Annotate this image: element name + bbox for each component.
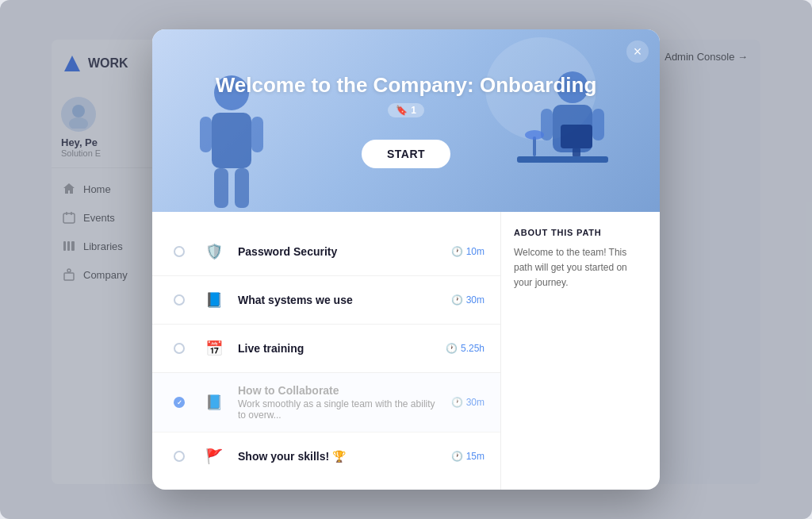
course-duration-2: 🕐 5.25h (446, 343, 485, 354)
track-dot-3 (174, 397, 185, 408)
modal-tag: 🔖 1 (388, 103, 424, 117)
course-duration-1: 🕐 30m (451, 294, 485, 306)
svg-rect-15 (214, 168, 228, 208)
svg-rect-16 (235, 168, 249, 208)
modal-title: Welcome to the Company: Onboarding (216, 73, 597, 98)
course-name-0: Password Security (238, 245, 440, 258)
course-name-1: What systems we use (238, 294, 440, 306)
track-dot-2 (174, 343, 185, 354)
start-button[interactable]: START (362, 140, 450, 168)
course-item-2[interactable]: 📅 Live training 🕐 5.25h (152, 325, 500, 373)
course-info-4: Show your skills! 🏆 (238, 450, 440, 463)
course-duration-0: 🕐 10m (451, 246, 485, 257)
course-info-2: Live training (238, 342, 435, 355)
course-list: 🛡️ Password Security 🕐 10m 📘 (152, 212, 501, 490)
course-name-3: How to Collaborate (238, 384, 440, 397)
about-panel: ABOUT THIS PATH Welcome to the team! Thi… (501, 212, 660, 490)
course-item-4[interactable]: 🚩 Show your skills! 🏆 🕐 15m (152, 432, 500, 480)
duration-text-2: 5.25h (461, 343, 485, 354)
timeline-track-2 (168, 343, 190, 354)
modal-backdrop: × (0, 0, 812, 519)
course-icon-1: 📘 (201, 287, 227, 313)
track-dot-0 (174, 246, 185, 257)
course-duration-3: 🕐 30m (451, 397, 485, 408)
course-icon-0: 🛡️ (201, 239, 227, 264)
course-desc-3: Work smoothly as a single team with the … (238, 398, 440, 421)
tag-count: 1 (411, 105, 416, 116)
clock-icon-0: 🕐 (451, 246, 463, 257)
course-name-2: Live training (238, 342, 435, 355)
course-name-4: Show your skills! 🏆 (238, 450, 440, 463)
duration-text-0: 10m (466, 246, 485, 257)
modal-body: 🛡️ Password Security 🕐 10m 📘 (152, 212, 660, 490)
timeline-track-1 (168, 294, 190, 306)
clock-icon-2: 🕐 (446, 343, 458, 354)
modal-header: Welcome to the Company: Onboarding 🔖 1 S… (152, 29, 660, 212)
clock-icon-4: 🕐 (451, 451, 463, 462)
timeline-track-0 (168, 246, 190, 257)
course-info-3: How to Collaborate Work smoothly as a si… (238, 384, 440, 421)
close-button[interactable]: × (626, 40, 649, 63)
timeline-track-3 (168, 397, 190, 408)
duration-text-3: 30m (466, 397, 485, 408)
course-info-0: Password Security (238, 245, 440, 258)
modal: × (152, 29, 660, 490)
duration-text-4: 15m (466, 451, 485, 462)
svg-rect-13 (200, 117, 212, 152)
course-item-1[interactable]: 📘 What systems we use 🕐 30m (152, 276, 500, 325)
course-icon-2: 📅 (201, 336, 227, 361)
course-icon-3: 📘 (201, 390, 227, 415)
clock-icon-3: 🕐 (451, 397, 463, 408)
course-info-1: What systems we use (238, 294, 440, 306)
course-duration-4: 🕐 15m (451, 451, 485, 462)
course-icon-4: 🚩 (201, 444, 227, 469)
about-text: Welcome to the team! This path will get … (514, 245, 647, 291)
about-title: ABOUT THIS PATH (514, 228, 647, 237)
timeline-track-4 (168, 451, 190, 462)
duration-text-1: 30m (466, 294, 485, 306)
bookmark-icon: 🔖 (396, 105, 408, 116)
course-item-0[interactable]: 🛡️ Password Security 🕐 10m (152, 228, 500, 276)
modal-title-area: Welcome to the Company: Onboarding 🔖 1 S… (216, 73, 597, 168)
track-dot-1 (174, 294, 185, 306)
track-dot-4 (174, 451, 185, 462)
course-item-3[interactable]: 📘 How to Collaborate Work smoothly as a … (152, 373, 500, 432)
clock-icon-1: 🕐 (451, 294, 463, 306)
